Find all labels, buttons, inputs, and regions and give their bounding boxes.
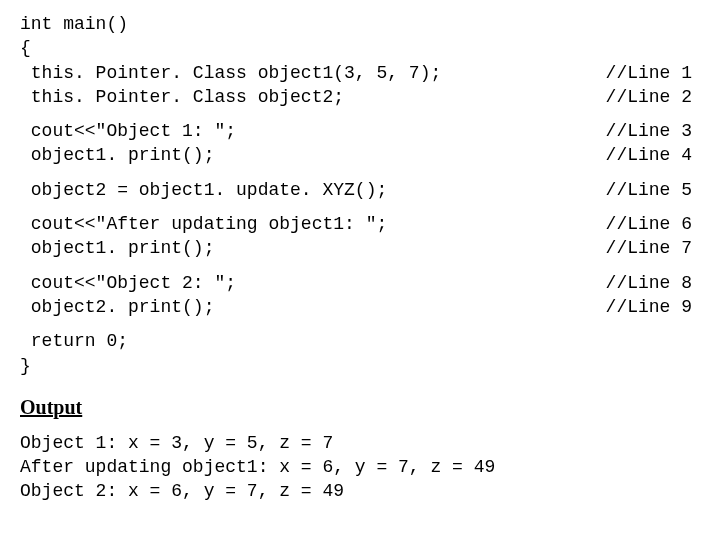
code-text: int main() (20, 12, 128, 36)
code-line: object2 = object1. update. XYZ(); //Line… (20, 178, 700, 202)
output-line: Object 1: x = 3, y = 5, z = 7 (20, 431, 700, 455)
code-line: cout<<"Object 1: "; //Line 3 (20, 119, 700, 143)
code-text: object2. print(); (20, 295, 214, 319)
code-comment: //Line 5 (606, 178, 700, 202)
output-block: Object 1: x = 3, y = 5, z = 7 After upda… (20, 431, 700, 504)
code-block: int main() { this. Pointer. Class object… (20, 12, 700, 378)
code-line: this. Pointer. Class object2; //Line 2 (20, 85, 700, 109)
code-line: object1. print(); //Line 4 (20, 143, 700, 167)
code-comment: //Line 3 (606, 119, 700, 143)
code-text: } (20, 354, 31, 378)
code-text: cout<<"After updating object1: "; (20, 212, 387, 236)
code-text: return 0; (20, 329, 128, 353)
code-comment: //Line 9 (606, 295, 700, 319)
code-line: object1. print(); //Line 7 (20, 236, 700, 260)
code-line: cout<<"After updating object1: "; //Line… (20, 212, 700, 236)
code-text: { (20, 36, 31, 60)
code-comment: //Line 1 (606, 61, 700, 85)
output-line: After updating object1: x = 6, y = 7, z … (20, 455, 700, 479)
code-text: object2 = object1. update. XYZ(); (20, 178, 387, 202)
code-text: cout<<"Object 2: "; (20, 271, 236, 295)
code-line: object2. print(); //Line 9 (20, 295, 700, 319)
code-line: { (20, 36, 700, 60)
code-line: int main() (20, 12, 700, 36)
code-comment: //Line 8 (606, 271, 700, 295)
code-comment: //Line 7 (606, 236, 700, 260)
output-heading: Output (20, 394, 700, 421)
code-text: this. Pointer. Class object1(3, 5, 7); (20, 61, 441, 85)
code-comment: //Line 2 (606, 85, 700, 109)
code-comment: //Line 6 (606, 212, 700, 236)
code-line: cout<<"Object 2: "; //Line 8 (20, 271, 700, 295)
code-comment: //Line 4 (606, 143, 700, 167)
output-line: Object 2: x = 6, y = 7, z = 49 (20, 479, 700, 503)
code-line: return 0; (20, 329, 700, 353)
code-text: object1. print(); (20, 236, 214, 260)
code-text: this. Pointer. Class object2; (20, 85, 344, 109)
code-text: object1. print(); (20, 143, 214, 167)
code-line: this. Pointer. Class object1(3, 5, 7); /… (20, 61, 700, 85)
code-line: } (20, 354, 700, 378)
code-text: cout<<"Object 1: "; (20, 119, 236, 143)
